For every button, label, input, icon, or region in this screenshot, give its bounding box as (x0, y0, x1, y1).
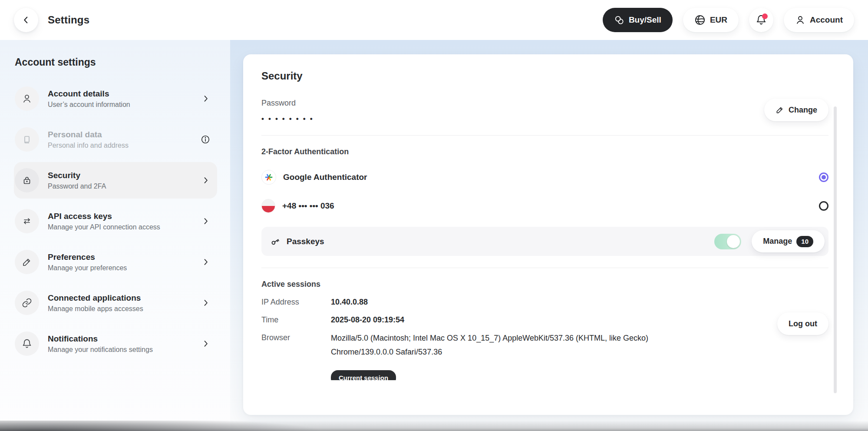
document-icon (15, 127, 39, 152)
sidebar-item-title: Security (48, 171, 106, 180)
twofa-option-label: Google Authenticator (283, 172, 367, 182)
session-label: Time (261, 315, 331, 325)
session-value: 2025-08-20 09:19:54 (331, 315, 404, 325)
account-button[interactable]: Account (784, 8, 854, 32)
sidebar-item-subtitle: Manage your notifications settings (48, 346, 153, 354)
chevron-right-icon (201, 339, 210, 348)
user-icon (795, 15, 805, 25)
sidebar-item-title: Preferences (48, 252, 127, 262)
twofa-option-phone: +48 ••• ••• 036 (261, 198, 828, 214)
sidebar-item-preferences[interactable]: Preferences Manage your preferences (14, 244, 217, 280)
twofa-option-label: +48 ••• ••• 036 (282, 201, 334, 211)
currency-selector[interactable]: EUR (683, 8, 739, 32)
pencil-icon (776, 106, 784, 114)
passkeys-count-badge: 10 (796, 236, 813, 247)
sidebar-item-title: Connected applications (48, 293, 143, 303)
chevron-right-icon (201, 217, 210, 225)
radio-google-authenticator[interactable] (819, 172, 828, 182)
scrollbar[interactable] (834, 106, 837, 393)
sidebar-item-subtitle: Manage your preferences (48, 264, 127, 272)
chevron-right-icon (201, 258, 210, 266)
sidebar-item-notifications[interactable]: Notifications Manage your notifications … (14, 325, 217, 362)
active-sessions-heading: Active sessions (261, 280, 828, 289)
divider (261, 135, 828, 136)
back-button[interactable] (14, 8, 38, 32)
chevron-right-icon (201, 298, 210, 307)
chevron-right-icon (201, 94, 210, 103)
session-value: Mozilla/5.0 (Macintosh; Intel Mac OS X 1… (331, 331, 705, 359)
passkeys-toggle[interactable] (714, 234, 741, 249)
poland-flag-icon (261, 199, 275, 213)
sidebar-heading: Account settings (15, 56, 217, 68)
pencil-icon (15, 250, 39, 274)
sidebar-item-title: Account details (48, 89, 130, 99)
sidebar-item-personal-data[interactable]: Personal data Personal info and address (14, 121, 217, 158)
active-sessions-section: IP Address 10.40.0.88 Time 2025-08-20 09… (261, 298, 828, 380)
sidebar-item-title: API access keys (48, 212, 160, 221)
logout-button[interactable]: Log out (777, 312, 828, 335)
passkeys-row: Passkeys Manage 10 (261, 227, 828, 256)
twofa-heading: 2-Factor Authentication (261, 147, 828, 156)
link-icon (15, 291, 39, 315)
divider (261, 268, 828, 268)
sidebar-item-subtitle: Manage mobile apps accesses (48, 305, 143, 313)
security-panel-viewport: Security Password •••••••• Change 2-Fact… (243, 54, 853, 380)
globe-icon (694, 14, 706, 26)
password-section: Password •••••••• Change (261, 99, 828, 123)
lock-icon (15, 168, 39, 192)
sidebar-item-connected-applications[interactable]: Connected applications Manage mobile app… (14, 285, 217, 321)
info-icon[interactable] (201, 135, 210, 144)
sidebar-item-account-details[interactable]: Account details User’s account informati… (14, 80, 217, 117)
swap-icon (15, 209, 39, 233)
manage-passkeys-button[interactable]: Manage 10 (752, 230, 825, 252)
sidebar-item-title: Personal data (48, 130, 129, 139)
sidebar: Account settings Account details User’s … (0, 40, 230, 431)
header-actions: Buy/Sell EUR Account (603, 8, 854, 32)
chevron-left-icon (21, 15, 31, 25)
sidebar-item-title: Notifications (48, 334, 153, 344)
sidebar-item-subtitle: User’s account information (48, 101, 130, 109)
header: Settings Buy/Sell EUR Account (0, 0, 868, 40)
coins-icon (614, 15, 624, 25)
notification-badge-dot (762, 13, 768, 19)
session-row-time: Time 2025-08-20 09:19:54 (261, 315, 828, 325)
session-label: Browser (261, 333, 331, 359)
bell-icon (15, 332, 39, 356)
google-authenticator-icon (261, 170, 276, 185)
sidebar-item-security[interactable]: Security Password and 2FA (14, 162, 217, 199)
session-value: 10.40.0.88 (331, 298, 368, 307)
sidebar-nav: Account details User’s account informati… (14, 80, 217, 362)
panel-title: Security (261, 70, 828, 82)
chevron-right-icon (201, 176, 210, 185)
page-title: Settings (48, 14, 89, 26)
session-label: IP Address (261, 298, 331, 307)
sidebar-item-subtitle: Password and 2FA (48, 182, 106, 190)
radio-phone[interactable] (819, 201, 828, 211)
session-row-ip: IP Address 10.40.0.88 (261, 298, 828, 307)
key-icon (270, 236, 281, 247)
password-masked-value: •••••••• (261, 115, 317, 123)
passkeys-label: Passkeys (287, 237, 324, 246)
sidebar-item-api-access-keys[interactable]: API access keys Manage your API connecti… (14, 203, 217, 239)
session-row-browser: Browser Mozilla/5.0 (Macintosh; Intel Ma… (261, 333, 828, 359)
change-password-button[interactable]: Change (764, 99, 828, 121)
twofa-option-google-authenticator: Google Authenticator (261, 169, 828, 185)
user-icon (15, 86, 39, 111)
toggle-knob (727, 235, 740, 248)
sidebar-item-subtitle: Personal info and address (48, 142, 129, 149)
notifications-button[interactable] (749, 8, 773, 32)
sidebar-item-subtitle: Manage your API connection access (48, 223, 160, 231)
buy-sell-button[interactable]: Buy/Sell (603, 8, 673, 32)
current-session-badge: Current session (331, 370, 396, 380)
password-label: Password (261, 99, 317, 108)
security-panel: Security Password •••••••• Change 2-Fact… (243, 54, 853, 415)
